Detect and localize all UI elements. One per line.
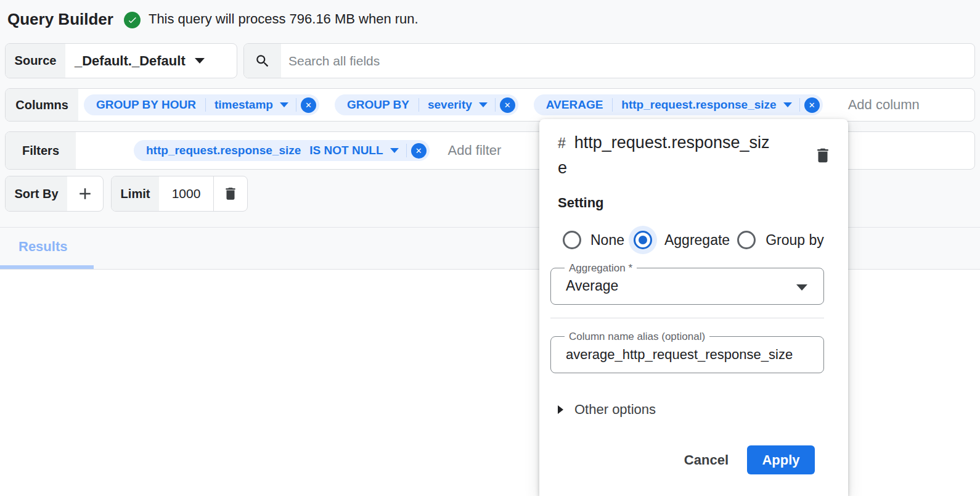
column-chip-timestamp[interactable]: GROUP BY HOUR timestamp xyxy=(84,94,319,115)
check-circle-icon xyxy=(124,12,141,28)
radio-label: Aggregate xyxy=(664,232,730,249)
other-options-expander[interactable]: Other options xyxy=(558,402,848,418)
plus-icon xyxy=(76,184,94,203)
page-title: Query Builder xyxy=(7,10,113,29)
radio-none[interactable]: None xyxy=(563,231,624,249)
search-field xyxy=(243,43,975,78)
filter-condition-label: IS NOT NULL xyxy=(309,144,383,157)
chip-field-dropdown[interactable]: http_request.response_size xyxy=(613,98,799,112)
chip-divider xyxy=(495,98,496,112)
filters-chips: http_request.response_size IS NOT NULL A… xyxy=(134,132,501,169)
trash-icon xyxy=(223,186,239,202)
expand-arrow-icon xyxy=(558,405,563,414)
alias-label: Column name alias (optional) xyxy=(565,331,709,343)
chip-divider xyxy=(296,98,296,112)
radio-label: None xyxy=(590,232,624,249)
add-filter-input[interactable]: Add filter xyxy=(448,143,502,159)
columns-row: Columns GROUP BY HOUR timestamp GROUP BY… xyxy=(5,88,975,122)
add-sort-button[interactable] xyxy=(67,176,103,211)
sort-by-label: Sort By xyxy=(6,176,67,211)
remove-column-button[interactable] xyxy=(500,97,515,113)
dialog-actions: Cancel Apply xyxy=(676,445,815,474)
other-options-label: Other options xyxy=(574,402,656,418)
chevron-down-icon xyxy=(479,102,488,107)
numeric-type-icon: # xyxy=(558,135,566,151)
source-row: Source _Default._Default xyxy=(5,43,237,78)
radio-label: Group by xyxy=(766,232,824,249)
limit-label: Limit xyxy=(112,176,159,211)
tab-results[interactable]: Results xyxy=(18,239,67,255)
chevron-down-icon xyxy=(796,284,807,291)
radio-group-by[interactable]: Group by xyxy=(737,231,824,249)
dialog-divider xyxy=(550,318,824,318)
trash-icon xyxy=(814,146,832,165)
filter-chip-response-size[interactable]: http_request.response_size IS NOT NULL xyxy=(134,140,430,161)
radio-aggregate[interactable]: Aggregate xyxy=(634,231,730,249)
dialog-field-name: http_request.response_size xyxy=(558,133,770,177)
chevron-down-icon xyxy=(280,102,288,107)
column-chip-severity[interactable]: GROUP BY severity xyxy=(335,94,518,115)
limit-box: Limit 1000 xyxy=(111,176,248,212)
source-dropdown[interactable]: _Default._Default xyxy=(65,44,216,78)
radio-selected-icon xyxy=(634,231,652,249)
query-cost-message: This query will process 796.16 MB when r… xyxy=(149,11,419,27)
search-icon xyxy=(255,53,271,69)
remove-filter-button[interactable] xyxy=(411,143,427,159)
alias-field: Column name alias (optional) xyxy=(550,336,824,373)
aggregation-select[interactable]: Aggregation * Average xyxy=(550,268,824,305)
chip-operator-label: GROUP BY HOUR xyxy=(84,98,205,112)
dialog-title: #http_request.response_size xyxy=(558,130,775,180)
chip-operator-label: AVERAGE xyxy=(534,98,613,112)
aggregation-value: Average xyxy=(566,278,823,294)
query-builder-page: Query Builder This query will process 79… xyxy=(0,0,980,496)
alias-input[interactable] xyxy=(566,347,815,363)
remove-column-button[interactable] xyxy=(301,97,316,113)
sort-by-box: Sort By xyxy=(5,176,104,212)
columns-chips: GROUP BY HOUR timestamp GROUP BY severit… xyxy=(84,89,920,121)
chevron-down-icon xyxy=(783,102,792,107)
radio-circle-icon xyxy=(563,231,581,249)
setting-radio-group: None Aggregate Group by xyxy=(563,231,848,249)
chip-field-label: severity xyxy=(428,98,472,112)
delete-column-button[interactable] xyxy=(814,146,832,167)
chip-divider xyxy=(406,144,407,157)
radio-circle-icon xyxy=(737,231,756,249)
filter-field-label: http_request.response_size xyxy=(134,144,301,157)
aggregation-label: Aggregation * xyxy=(565,262,637,275)
chip-field-label: http_request.response_size xyxy=(621,98,776,112)
search-input[interactable] xyxy=(281,44,974,78)
columns-label: Columns xyxy=(6,89,78,121)
chip-operator-label: GROUP BY xyxy=(335,98,419,112)
chip-field-dropdown[interactable]: timestamp xyxy=(206,98,296,112)
chevron-down-icon xyxy=(390,148,399,153)
column-chip-response-size[interactable]: AVERAGE http_request.response_size xyxy=(534,94,823,115)
cancel-button[interactable]: Cancel xyxy=(676,445,737,474)
search-icon-box xyxy=(244,44,281,78)
add-column-input[interactable]: Add column xyxy=(848,97,920,113)
chip-field-label: timestamp xyxy=(214,98,273,112)
limit-value-input[interactable]: 1000 xyxy=(159,176,213,211)
chip-divider xyxy=(799,98,800,112)
chip-field-dropdown[interactable]: severity xyxy=(419,98,495,112)
delete-limit-button[interactable] xyxy=(214,176,247,211)
apply-button[interactable]: Apply xyxy=(747,445,815,474)
source-label: Source xyxy=(6,44,65,78)
source-dropdown-value: _Default._Default xyxy=(75,53,186,69)
chevron-down-icon xyxy=(195,58,205,64)
column-settings-dialog: #http_request.response_size Setting None… xyxy=(539,119,848,496)
filters-label: Filters xyxy=(6,132,76,169)
header: Query Builder This query will process 79… xyxy=(7,0,419,38)
remove-column-button[interactable] xyxy=(804,97,820,113)
setting-heading: Setting xyxy=(558,195,848,211)
